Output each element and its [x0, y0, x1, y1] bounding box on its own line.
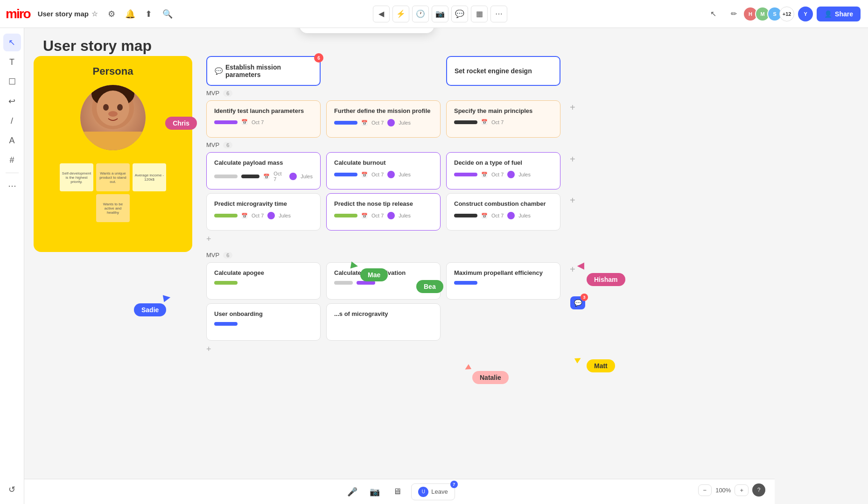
cursor-icon[interactable]: ↖	[705, 6, 721, 22]
lightning-icon[interactable]: ⚡	[392, 6, 409, 22]
sticky-1[interactable]: Self-development is the highest priority…	[60, 163, 93, 191]
zoom-level: 100%	[715, 487, 731, 494]
microphone-btn[interactable]: 🎤	[344, 483, 361, 500]
column-headers: 💬 Establish mission parameters 6 Set roc…	[206, 56, 626, 86]
mvp-label-1: MVP	[206, 90, 219, 97]
card-apogee[interactable]: Calculate apogee	[206, 262, 321, 300]
natalie-cursor: Natalie	[472, 371, 509, 384]
sadie-cursor: Sadie	[134, 303, 166, 316]
card-onboarding[interactable]: User onboarding	[206, 303, 321, 341]
page-title: User story map	[43, 37, 152, 55]
share-icon: 👤	[824, 10, 832, 18]
screen-share-btn[interactable]: 🖥	[389, 483, 406, 500]
card-predict-nose[interactable]: Predict the nose tip release 📅 Oct 7 Jul…	[326, 193, 441, 231]
card-specify-main[interactable]: Specify the main principles 📅 Oct 7	[446, 100, 560, 138]
left-toolbar: ↖ T ☐ ↩ / A # ⋯ ↺	[0, 28, 24, 504]
current-user-avatar[interactable]: Y	[798, 7, 813, 21]
camera-btn[interactable]: 📷	[366, 483, 383, 500]
story-map: 💬 Establish mission parameters 6 Set roc…	[206, 56, 626, 354]
mvp-count-3: 6	[223, 252, 232, 259]
chevron-left-icon[interactable]: ◀	[373, 6, 390, 22]
notifications-icon[interactable]: 🔔	[122, 6, 139, 22]
mvp-row-2-header: MVP 6	[206, 141, 626, 148]
story-row-3: Predict microgravity time 📅 Oct 7 Jules …	[206, 193, 626, 231]
col-header-3[interactable]: Set rocket engine design	[446, 56, 560, 86]
card-calculate-burnout[interactable]: Calculate burnout 📅 Oct 7 Jules	[326, 152, 441, 189]
more-icon[interactable]: ⋯	[490, 6, 507, 22]
col-header-1[interactable]: 💬 Establish mission parameters 6	[206, 56, 321, 86]
select-tool[interactable]: ↖	[3, 34, 21, 51]
more-tools[interactable]: ⋯	[3, 177, 21, 195]
comment-icon[interactable]: 💬	[451, 6, 468, 22]
chris-badge: Chris	[165, 117, 197, 130]
pen-tool[interactable]: /	[3, 112, 21, 130]
zoom-in-btn[interactable]: +	[735, 484, 749, 496]
card-meta: 📅 Oct 7	[454, 119, 553, 125]
draw-tool[interactable]: A	[3, 132, 21, 149]
matt-cursor: Matt	[587, 359, 615, 372]
persona-image	[80, 85, 146, 150]
zoom-out-btn[interactable]: −	[698, 484, 712, 496]
svg-rect-6	[80, 132, 146, 150]
share-upload-icon[interactable]: ⬆	[140, 6, 157, 22]
canvas[interactable]: User story map Persona	[24, 28, 868, 504]
card-meta: 📅 Oct 7 Jules	[454, 171, 553, 178]
undo-tool[interactable]: ↺	[3, 481, 21, 498]
chat-notification[interactable]: 💬 3	[570, 296, 585, 309]
leave-button[interactable]: U Leave	[411, 483, 455, 500]
hisham-cursor: Hisham	[587, 273, 625, 286]
progress-bar	[454, 120, 477, 124]
progress-bar-gray	[334, 281, 353, 285]
add-row: +	[206, 234, 626, 244]
bottom-toolbar: 🎤 📷 🖥 U Leave 7	[24, 479, 775, 504]
card-decide-fuel[interactable]: Decide on a type of fuel 📅 Oct 7 Jules	[446, 152, 560, 189]
add-card-btn[interactable]: +	[566, 100, 579, 138]
camera-icon[interactable]: 📷	[432, 6, 448, 22]
sticky-note-tool[interactable]: ☐	[3, 73, 21, 91]
search-icon[interactable]: 🔍	[159, 6, 176, 22]
mvp-count-2: 6	[223, 142, 232, 148]
card-calculate-payload[interactable]: Calculate payload mass 📅 Oct 7 Jules	[206, 152, 321, 189]
help-btn[interactable]: ?	[752, 483, 765, 497]
grid-icon[interactable]: ▦	[471, 6, 488, 22]
miro-logo[interactable]: miro	[0, 7, 36, 21]
card-meta	[214, 322, 313, 326]
frame-tool[interactable]: #	[3, 151, 21, 169]
add-section-btn-2[interactable]: +	[206, 344, 211, 354]
settings-icon[interactable]: ⚙	[103, 6, 120, 22]
card-meta: 📅 Oct 7 Jules	[334, 212, 433, 219]
star-icon[interactable]: ☆	[91, 10, 98, 18]
bea-cursor: Bea	[416, 280, 443, 293]
sticky-3[interactable]: Average income - 120k$	[133, 163, 166, 191]
progress-bar	[214, 120, 238, 124]
card-further-define[interactable]: Further define the mission profile 📅 Oct…	[326, 100, 441, 138]
card-microgravity2[interactable]: ...s of microgravity	[326, 303, 441, 341]
text-tool[interactable]: T	[3, 53, 21, 71]
hisham-arrow: ▶	[577, 261, 584, 273]
sticky-2[interactable]: Wants a unique product to stand out.	[96, 163, 130, 191]
card-predict-micro[interactable]: Predict microgravity time 📅 Oct 7 Jules	[206, 193, 321, 231]
clock-icon[interactable]: 🕐	[412, 6, 429, 22]
progress-bar	[334, 214, 357, 217]
add-card-btn-2[interactable]: +	[566, 152, 579, 189]
card-identify-test[interactable]: Identify test launch parameters 📅 Oct 7	[206, 100, 321, 138]
progress-bar	[214, 322, 238, 326]
progress-bar	[214, 281, 238, 285]
matt-arrow: ▶	[573, 354, 582, 364]
comment-cursor-icon[interactable]: ✏	[725, 6, 742, 22]
shape-tool[interactable]: ↩	[3, 92, 21, 110]
user-avatar	[289, 173, 297, 180]
persona-avatar	[80, 85, 146, 150]
card-meta: 📅 Oct 7 Jules	[334, 171, 433, 178]
sadie-arrow: ▶	[162, 291, 171, 303]
card-propellant[interactable]: Maximum propellant efficiency	[446, 262, 560, 300]
add-card-btn-3[interactable]: +	[566, 193, 579, 231]
sticky-notes: Self-development is the highest priority…	[43, 163, 183, 222]
card-meta: 📅 Oct 7	[214, 119, 313, 125]
add-section-btn[interactable]: +	[206, 234, 211, 244]
card-construct-chamber[interactable]: Construct combustion chamber 📅 Oct 7 Jul…	[446, 193, 560, 231]
sticky-4[interactable]: Wants to be active and healthy	[96, 194, 130, 222]
avatar-count[interactable]: +12	[779, 7, 794, 21]
right-actions: ↖ ✏ H M S +12 Y 👤 Share	[705, 6, 868, 22]
share-button[interactable]: 👤 Share	[817, 7, 861, 21]
